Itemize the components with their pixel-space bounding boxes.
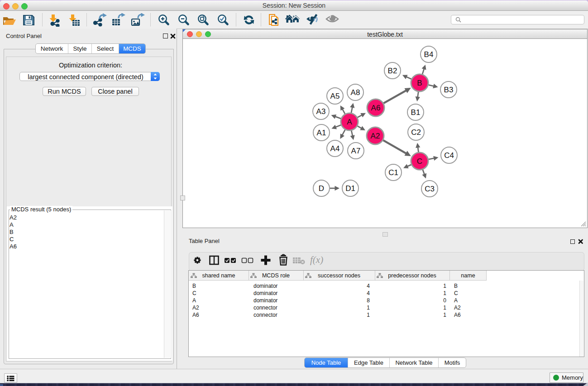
- svg-text:D1: D1: [345, 184, 355, 193]
- svg-text:C1: C1: [388, 168, 398, 177]
- svg-text:B: B: [417, 79, 422, 87]
- svg-text:A8: A8: [351, 88, 360, 97]
- svg-text:B4: B4: [424, 50, 434, 59]
- svg-text:C3: C3: [425, 185, 435, 193]
- svg-text:B1: B1: [411, 108, 421, 117]
- svg-text:A2: A2: [371, 132, 380, 140]
- svg-text:B2: B2: [388, 67, 397, 75]
- svg-text:A6: A6: [371, 104, 381, 112]
- svg-text:A1: A1: [317, 129, 326, 137]
- svg-text:A3: A3: [316, 107, 326, 116]
- svg-text:A7: A7: [351, 147, 361, 155]
- svg-text:D: D: [319, 184, 324, 193]
- svg-text:A: A: [347, 118, 352, 126]
- svg-text:C2: C2: [411, 128, 421, 137]
- svg-text:C: C: [417, 157, 422, 166]
- svg-text:B3: B3: [444, 86, 454, 94]
- svg-text:C4: C4: [444, 151, 454, 160]
- svg-text:A4: A4: [330, 144, 340, 153]
- svg-text:A5: A5: [330, 92, 340, 100]
